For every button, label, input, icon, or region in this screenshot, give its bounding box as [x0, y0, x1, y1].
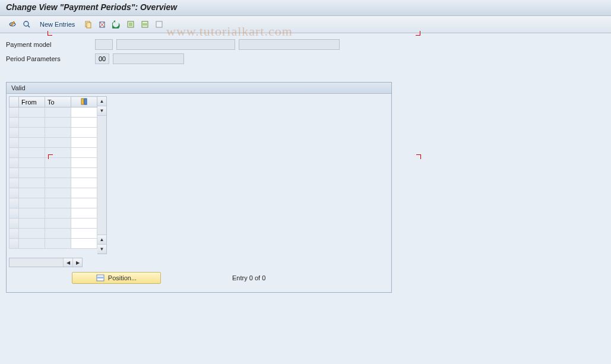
col-to-header[interactable]: To — [45, 97, 71, 107]
crop-mark — [48, 154, 53, 159]
table-row[interactable] — [10, 239, 97, 249]
position-button-label: Position... — [108, 274, 137, 281]
payment-model-row: Payment model — [6, 39, 605, 50]
table-config-icon[interactable] — [71, 97, 97, 107]
copy-as-icon[interactable] — [81, 18, 94, 30]
svg-point-0 — [24, 21, 29, 26]
toggle-display-change-icon[interactable] — [6, 18, 19, 30]
crop-mark — [48, 31, 52, 36]
table-row[interactable] — [10, 219, 97, 229]
table-row[interactable] — [10, 128, 97, 138]
table-row[interactable] — [10, 178, 97, 188]
table-row[interactable] — [10, 107, 97, 118]
select-all-icon[interactable] — [124, 18, 137, 30]
table-row[interactable] — [10, 168, 97, 178]
svg-line-1 — [28, 26, 30, 27]
svg-rect-11 — [156, 21, 162, 27]
payment-model-desc-input[interactable] — [116, 39, 235, 50]
entry-status: Entry 0 of 0 — [232, 274, 265, 281]
col-from-header[interactable]: From — [19, 97, 45, 107]
scroll-right-icon[interactable]: ▶ — [72, 258, 82, 267]
scroll-left-icon[interactable]: ◀ — [63, 258, 72, 267]
toolbar: New Entries — [0, 16, 611, 33]
select-block-icon[interactable] — [138, 18, 151, 30]
period-params-row: Period Parameters — [6, 53, 605, 64]
row-selector-header[interactable] — [10, 97, 19, 107]
scroll-down-icon[interactable]: ▼ — [97, 244, 106, 254]
scroll-thumb[interactable]: ▼ — [97, 106, 106, 116]
table-row[interactable] — [10, 158, 97, 168]
payment-model-code-input[interactable] — [95, 39, 113, 50]
table-row[interactable] — [10, 118, 97, 128]
deselect-all-icon[interactable] — [153, 18, 166, 30]
svg-rect-13 — [84, 99, 87, 105]
delete-icon[interactable] — [96, 18, 109, 30]
new-entries-button[interactable]: New Entries — [34, 19, 80, 30]
svg-rect-3 — [87, 23, 91, 28]
undo-change-icon[interactable] — [110, 18, 123, 30]
horizontal-scrollbar[interactable]: ◀ ▶ — [9, 258, 83, 267]
details-icon[interactable] — [20, 18, 33, 30]
payment-model-extra-input[interactable] — [239, 39, 340, 50]
period-params-label: Period Parameters — [6, 55, 95, 62]
page-title: Change View "Payment Periods": Overview — [0, 0, 611, 16]
valid-panel-header: Valid — [7, 83, 391, 94]
content-area: Payment model Period Parameters Valid Fr… — [0, 33, 611, 364]
payment-model-label: Payment model — [6, 41, 95, 48]
table-row[interactable] — [10, 208, 97, 219]
vertical-scrollbar[interactable]: ▲ ▼ ▲ ▼ — [97, 96, 107, 254]
position-icon — [96, 274, 105, 282]
svg-rect-10 — [142, 23, 148, 26]
scroll-up-icon[interactable]: ▲ — [97, 97, 106, 106]
table-row[interactable] — [10, 138, 97, 148]
scroll-up2-icon[interactable]: ▲ — [97, 235, 106, 244]
crop-mark — [416, 31, 420, 36]
period-params-desc-input[interactable] — [113, 53, 184, 64]
position-button[interactable]: Position... — [72, 272, 161, 284]
period-params-code-input[interactable] — [95, 53, 109, 64]
valid-table[interactable]: From To — [9, 96, 97, 249]
valid-panel: Valid From To — [6, 82, 392, 293]
table-row[interactable] — [10, 188, 97, 198]
table-row[interactable] — [10, 198, 97, 208]
svg-rect-8 — [129, 23, 132, 26]
svg-rect-12 — [81, 99, 84, 105]
svg-rect-15 — [97, 277, 104, 278]
table-row[interactable] — [10, 148, 97, 158]
crop-mark — [416, 154, 421, 159]
table-row[interactable] — [10, 229, 97, 239]
